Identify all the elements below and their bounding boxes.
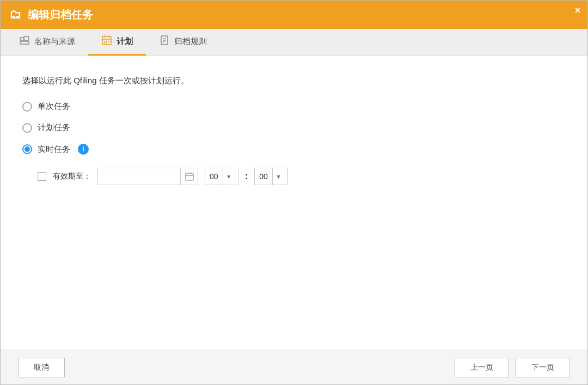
validity-checkbox[interactable] — [38, 172, 46, 181]
next-button[interactable]: 下一页 — [516, 358, 570, 377]
svg-rect-16 — [186, 173, 193, 180]
validity-label: 有效期至： — [53, 172, 91, 181]
svg-rect-8 — [106, 41, 107, 42]
tab-name-source-label: 名称与来源 — [34, 36, 75, 47]
tab-archive-rules-label: 归档规则 — [174, 36, 207, 47]
titlebar: 🗂 编辑归档任务 × — [1, 1, 587, 29]
svg-rect-9 — [108, 41, 109, 42]
window-title: 编辑归档任务 — [28, 8, 93, 22]
svg-rect-10 — [104, 42, 105, 44]
tab-name-source-icon — [19, 35, 30, 48]
radio-scheduled-circle — [22, 123, 32, 133]
radio-scheduled-label: 计划任务 — [38, 123, 70, 133]
radio-realtime-label: 实时任务 — [38, 144, 70, 155]
svg-rect-7 — [104, 41, 105, 42]
main-window: 🗂 编辑归档任务 × 名称与来源 — [0, 0, 588, 385]
time-colon: : — [245, 172, 248, 181]
prev-button[interactable]: 上一页 — [455, 358, 509, 377]
main-content: 选择以运行此 Qfiling 任务一次或按计划运行。 单次任务 计划任务 实时任… — [1, 56, 587, 350]
tab-name-source[interactable]: 名称与来源 — [6, 29, 88, 56]
tab-schedule[interactable]: 计划 — [88, 29, 146, 56]
hour-value: 00 — [205, 172, 223, 181]
tab-archive-rules[interactable]: 归档规则 — [146, 29, 220, 56]
validity-row: 有效期至： 00 ▼ — [38, 168, 566, 185]
footer: 取消 上一页 下一页 — [1, 350, 587, 384]
minute-select[interactable]: 00 ▼ — [254, 168, 288, 185]
radio-once-circle — [22, 102, 32, 112]
svg-rect-11 — [106, 42, 107, 44]
radio-scheduled[interactable]: 计划任务 — [22, 123, 566, 133]
cancel-button[interactable]: 取消 — [18, 358, 65, 377]
info-icon[interactable]: i — [78, 144, 89, 155]
calendar-icon[interactable] — [180, 168, 198, 185]
minute-value: 00 — [255, 172, 272, 181]
svg-rect-1 — [24, 36, 29, 40]
date-input[interactable] — [97, 168, 198, 185]
close-button[interactable]: × — [568, 1, 587, 20]
hour-select[interactable]: 00 ▼ — [205, 168, 238, 185]
radio-realtime-circle — [22, 144, 32, 154]
tab-archive-rules-icon — [159, 35, 170, 48]
footer-right: 上一页 下一页 — [455, 358, 570, 377]
titlebar-icon: 🗂 — [9, 8, 21, 22]
tab-schedule-icon — [101, 35, 112, 48]
tab-bar: 名称与来源 计划 — [1, 29, 587, 56]
radio-group: 单次任务 计划任务 实时任务 i 有效期至： — [22, 101, 566, 185]
svg-rect-0 — [20, 38, 24, 40]
radio-once[interactable]: 单次任务 — [22, 101, 566, 112]
radio-once-label: 单次任务 — [38, 101, 70, 112]
radio-realtime[interactable]: 实时任务 i — [22, 144, 566, 155]
description-text: 选择以运行此 Qfiling 任务一次或按计划运行。 — [22, 76, 566, 86]
svg-rect-2 — [20, 41, 29, 44]
hour-dropdown-arrow[interactable]: ▼ — [223, 168, 235, 185]
tab-schedule-label: 计划 — [117, 36, 133, 47]
minute-dropdown-arrow[interactable]: ▼ — [272, 168, 284, 185]
